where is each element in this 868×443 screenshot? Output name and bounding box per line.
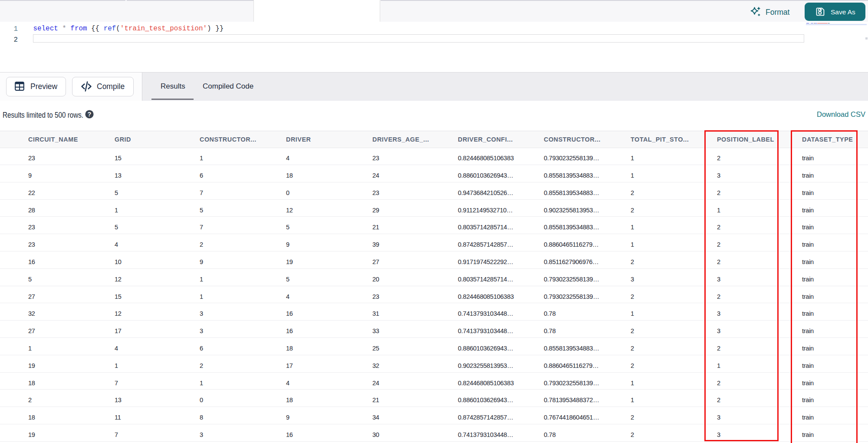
- svg-text:?: ?: [88, 111, 92, 118]
